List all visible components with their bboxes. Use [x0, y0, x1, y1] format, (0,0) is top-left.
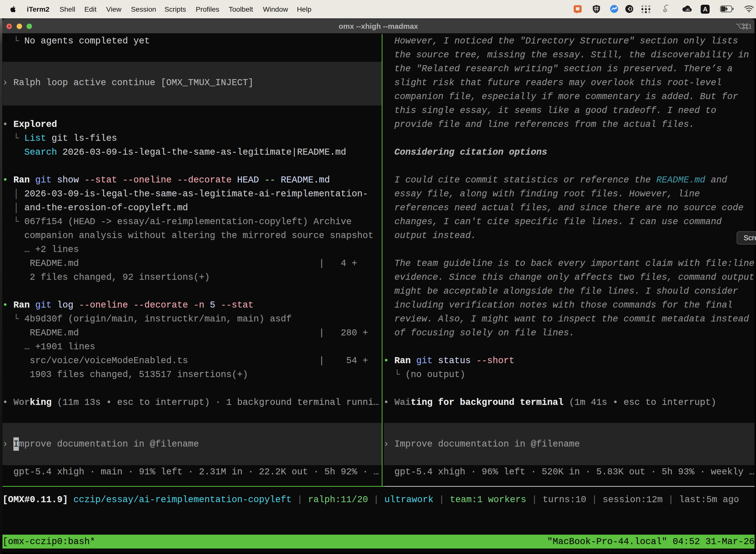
svg-text:..61: ..61 — [685, 8, 690, 12]
svg-text:1: 1 — [748, 22, 751, 30]
svg-text:A: A — [703, 5, 708, 13]
